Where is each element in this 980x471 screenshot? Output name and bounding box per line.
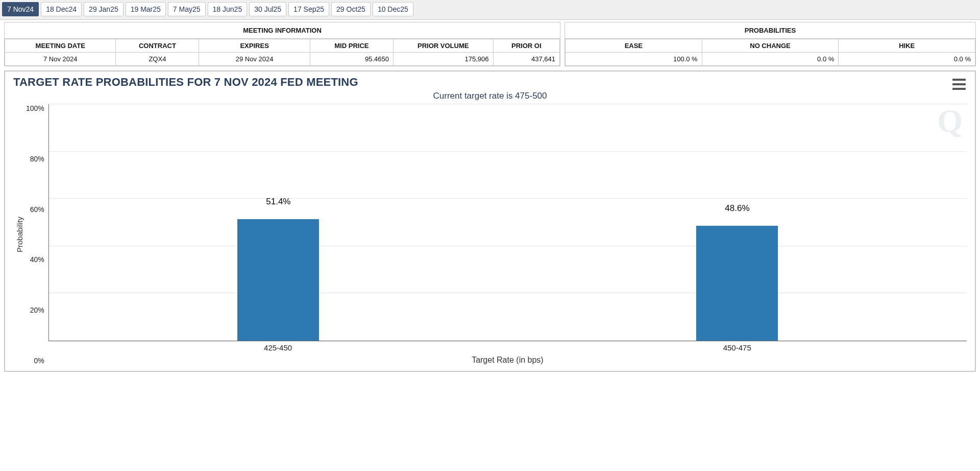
gridline [49, 198, 967, 199]
cell-prior-volume: 175,906 [393, 53, 493, 66]
x-axis-ticks: 425-450450-475 [48, 341, 967, 354]
bar-chart: 51.4%48.6% [48, 104, 967, 341]
col-meeting-date: MEETING DATE [5, 39, 116, 53]
col-no-change: NO CHANGE [702, 39, 839, 53]
tab-18jun25[interactable]: 18 Jun25 [208, 2, 248, 16]
table-row: 100.0 % 0.0 % 0.0 % [566, 53, 975, 66]
col-mid-price: MID PRICE [310, 39, 393, 53]
y-tick: 20% [30, 306, 44, 314]
x-tick: 425-450 [264, 343, 292, 352]
meeting-info-title: MEETING INFORMATION [5, 22, 560, 39]
col-hike: HIKE [839, 39, 975, 53]
col-prior-volume: PRIOR VOLUME [393, 39, 493, 53]
gridline [49, 340, 967, 341]
y-tick: 0% [34, 357, 44, 365]
x-tick: 450-475 [723, 343, 751, 352]
tab-19mar25[interactable]: 19 Mar25 [126, 2, 166, 16]
chart-subtitle: Current target rate is 475-500 [13, 91, 967, 101]
meeting-date-tabs: 7 Nov2418 Dec2429 Jan2519 Mar257 May2518… [0, 0, 980, 20]
chart-card: TARGET RATE PROBABILITIES FOR 7 NOV 2024… [4, 70, 976, 372]
gridline [49, 293, 967, 293]
col-ease: EASE [566, 39, 702, 53]
chart-title: TARGET RATE PROBABILITIES FOR 7 NOV 2024… [13, 76, 967, 89]
table-row: 7 Nov 2024 ZQX4 29 Nov 2024 95.4650 175,… [5, 53, 560, 66]
y-tick: 80% [30, 155, 44, 163]
y-tick: 100% [26, 104, 44, 112]
cell-meeting-date: 7 Nov 2024 [5, 53, 116, 66]
cell-ease: 100.0 % [566, 53, 702, 66]
meeting-info-panel: MEETING INFORMATION MEETING DATE CONTRAC… [4, 22, 560, 66]
meeting-info-table: MEETING DATE CONTRACT EXPIRES MID PRICE … [5, 39, 560, 66]
tab-18dec24[interactable]: 18 Dec24 [41, 2, 82, 16]
cell-contract: ZQX4 [116, 53, 199, 66]
tab-7may25[interactable]: 7 May25 [168, 2, 206, 16]
plot-area: Probability 100%80%60%40%20%0% 51.4%48.6… [13, 104, 967, 365]
tab-30jul25[interactable]: 30 Jul25 [249, 2, 286, 16]
tab-29jan25[interactable]: 29 Jan25 [84, 2, 124, 16]
cell-no-change: 0.0 % [702, 53, 839, 66]
bar-value-label: 51.4% [266, 197, 290, 207]
bar-450-475[interactable]: 48.6% [696, 226, 778, 341]
chart-menu-icon[interactable] [952, 79, 966, 90]
gridline [49, 104, 967, 104]
tab-17sep25[interactable]: 17 Sep25 [288, 2, 329, 16]
cell-hike: 0.0 % [839, 53, 975, 66]
cell-expires: 29 Nov 2024 [199, 53, 310, 66]
col-expires: EXPIRES [199, 39, 310, 53]
tab-29oct25[interactable]: 29 Oct25 [331, 2, 371, 16]
tab-7nov24[interactable]: 7 Nov24 [2, 2, 39, 16]
y-axis-label: Probability [13, 104, 26, 365]
y-axis-ticks: 100%80%60%40%20%0% [26, 104, 48, 365]
probabilities-table: EASE NO CHANGE HIKE 100.0 % 0.0 % 0.0 % [565, 39, 975, 66]
bar-value-label: 48.6% [725, 203, 749, 214]
col-contract: CONTRACT [116, 39, 199, 53]
bar-425-450[interactable]: 51.4% [237, 219, 319, 341]
gridline [49, 246, 967, 246]
y-tick: 40% [30, 255, 44, 264]
info-tables-row: MEETING INFORMATION MEETING DATE CONTRAC… [0, 20, 980, 66]
probabilities-panel: PROBABILITIES EASE NO CHANGE HIKE 100.0 … [565, 22, 976, 66]
cell-mid-price: 95.4650 [310, 53, 393, 66]
col-prior-oi: PRIOR OI [493, 39, 559, 53]
tab-10dec25[interactable]: 10 Dec25 [373, 2, 413, 16]
probabilities-title: PROBABILITIES [565, 22, 975, 39]
cell-prior-oi: 437,641 [493, 53, 559, 66]
gridline [49, 151, 967, 152]
y-tick: 60% [30, 205, 44, 214]
x-axis-label: Target Rate (in bps) [48, 356, 967, 365]
